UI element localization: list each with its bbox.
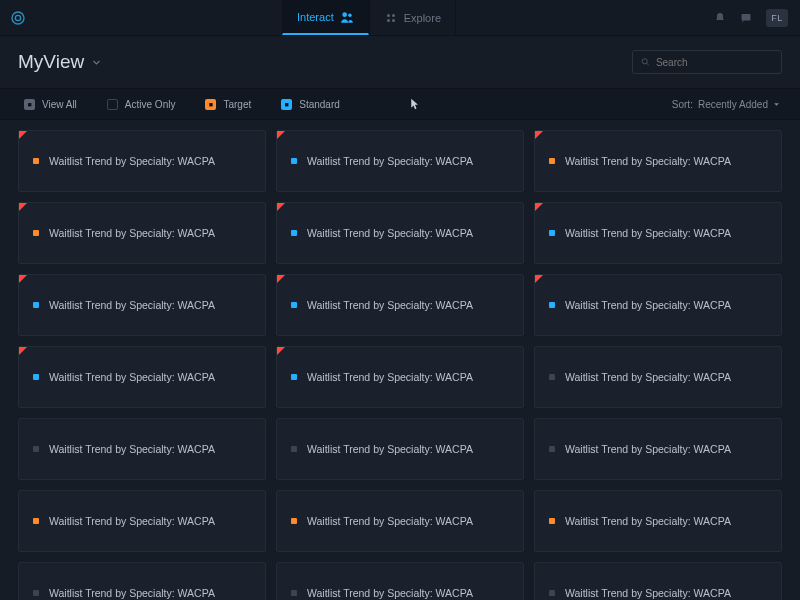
corner-flag-icon: [277, 131, 285, 139]
card[interactable]: Waitlist Trend by Specialty: WACPA: [534, 130, 782, 192]
app-logo[interactable]: [0, 0, 36, 35]
tab-label: Explore: [404, 12, 441, 24]
checkbox-icon: ■: [24, 99, 35, 110]
status-dot: [291, 590, 297, 596]
corner-flag-icon: [19, 131, 27, 139]
card[interactable]: Waitlist Trend by Specialty: WACPA: [276, 346, 524, 408]
card[interactable]: Waitlist Trend by Specialty: WACPA: [534, 346, 782, 408]
avatar[interactable]: FL: [766, 9, 788, 27]
card-title: Waitlist Trend by Specialty: WACPA: [307, 443, 473, 455]
card[interactable]: Waitlist Trend by Specialty: WACPA: [276, 562, 524, 600]
corner-flag-icon: [19, 203, 27, 211]
svg-point-0: [12, 12, 24, 24]
status-dot: [33, 302, 39, 308]
status-dot: [549, 518, 555, 524]
status-dot: [33, 230, 39, 236]
status-dot: [291, 446, 297, 452]
card-title: Waitlist Trend by Specialty: WACPA: [49, 443, 215, 455]
status-dot: [33, 374, 39, 380]
status-dot: [549, 158, 555, 164]
card[interactable]: Waitlist Trend by Specialty: WACPA: [18, 202, 266, 264]
card[interactable]: Waitlist Trend by Specialty: WACPA: [534, 202, 782, 264]
card[interactable]: Waitlist Trend by Specialty: WACPA: [534, 562, 782, 600]
corner-flag-icon: [535, 275, 543, 283]
sort-control[interactable]: Sort: Recently Added: [672, 99, 780, 110]
avatar-initials: FL: [771, 13, 783, 23]
card-title: Waitlist Trend by Specialty: WACPA: [307, 371, 473, 383]
status-dot: [33, 518, 39, 524]
people-icon: [340, 11, 354, 23]
corner-flag-icon: [277, 275, 285, 283]
page-title-text: MyView: [18, 51, 84, 73]
card-title: Waitlist Trend by Specialty: WACPA: [565, 371, 731, 383]
filter-standard[interactable]: ■ Standard: [281, 99, 340, 110]
status-dot: [549, 446, 555, 452]
card-title: Waitlist Trend by Specialty: WACPA: [49, 515, 215, 527]
card-grid-viewport: Waitlist Trend by Specialty: WACPAWaitli…: [0, 120, 800, 600]
corner-flag-icon: [277, 203, 285, 211]
svg-point-1: [15, 15, 20, 20]
corner-flag-icon: [19, 347, 27, 355]
chat-icon[interactable]: [740, 12, 752, 24]
status-dot: [549, 302, 555, 308]
filter-target[interactable]: ■ Target: [205, 99, 251, 110]
filter-view-all[interactable]: ■ View All: [24, 99, 77, 110]
status-dot: [549, 230, 555, 236]
status-dot: [291, 374, 297, 380]
cursor-icon: [410, 98, 420, 110]
status-dot: [291, 302, 297, 308]
card-title: Waitlist Trend by Specialty: WACPA: [307, 299, 473, 311]
card[interactable]: Waitlist Trend by Specialty: WACPA: [18, 490, 266, 552]
corner-flag-icon: [535, 203, 543, 211]
svg-point-4: [387, 14, 390, 17]
status-dot: [33, 446, 39, 452]
svg-point-2: [342, 12, 347, 17]
filter-active-only[interactable]: Active Only: [107, 99, 176, 110]
card[interactable]: Waitlist Trend by Specialty: WACPA: [534, 274, 782, 336]
tab-interact[interactable]: Interact: [282, 0, 369, 35]
search-input[interactable]: [656, 57, 773, 68]
card[interactable]: Waitlist Trend by Specialty: WACPA: [18, 346, 266, 408]
card[interactable]: Waitlist Trend by Specialty: WACPA: [534, 490, 782, 552]
chevron-down-icon: [92, 58, 101, 67]
tab-explore[interactable]: Explore: [369, 0, 456, 35]
top-nav: Interact Explore FL: [0, 0, 800, 36]
svg-line-10: [647, 63, 649, 65]
svg-rect-8: [742, 14, 751, 21]
sort-value: Recently Added: [698, 99, 768, 110]
card-title: Waitlist Trend by Specialty: WACPA: [565, 443, 731, 455]
page-title[interactable]: MyView: [18, 51, 101, 73]
corner-flag-icon: [277, 347, 285, 355]
card[interactable]: Waitlist Trend by Specialty: WACPA: [276, 202, 524, 264]
card-title: Waitlist Trend by Specialty: WACPA: [565, 299, 731, 311]
card[interactable]: Waitlist Trend by Specialty: WACPA: [18, 130, 266, 192]
filter-label: View All: [42, 99, 77, 110]
card[interactable]: Waitlist Trend by Specialty: WACPA: [18, 562, 266, 600]
card-title: Waitlist Trend by Specialty: WACPA: [307, 587, 473, 599]
checkbox-icon: ■: [281, 99, 292, 110]
status-dot: [291, 518, 297, 524]
card-title: Waitlist Trend by Specialty: WACPA: [49, 227, 215, 239]
card-title: Waitlist Trend by Specialty: WACPA: [307, 227, 473, 239]
card[interactable]: Waitlist Trend by Specialty: WACPA: [534, 418, 782, 480]
card[interactable]: Waitlist Trend by Specialty: WACPA: [18, 418, 266, 480]
card-title: Waitlist Trend by Specialty: WACPA: [565, 587, 731, 599]
filter-label: Target: [223, 99, 251, 110]
card[interactable]: Waitlist Trend by Specialty: WACPA: [276, 418, 524, 480]
status-dot: [33, 590, 39, 596]
card[interactable]: Waitlist Trend by Specialty: WACPA: [276, 130, 524, 192]
corner-flag-icon: [535, 131, 543, 139]
card[interactable]: Waitlist Trend by Specialty: WACPA: [276, 490, 524, 552]
aperture-icon: [10, 10, 26, 26]
search-box[interactable]: [632, 50, 782, 74]
status-dot: [33, 158, 39, 164]
card[interactable]: Waitlist Trend by Specialty: WACPA: [18, 274, 266, 336]
svg-point-3: [348, 13, 352, 17]
card[interactable]: Waitlist Trend by Specialty: WACPA: [276, 274, 524, 336]
sort-label: Sort:: [672, 99, 693, 110]
status-dot: [549, 374, 555, 380]
status-dot: [549, 590, 555, 596]
filter-label: Active Only: [125, 99, 176, 110]
bell-icon[interactable]: [714, 12, 726, 24]
filter-label: Standard: [299, 99, 340, 110]
